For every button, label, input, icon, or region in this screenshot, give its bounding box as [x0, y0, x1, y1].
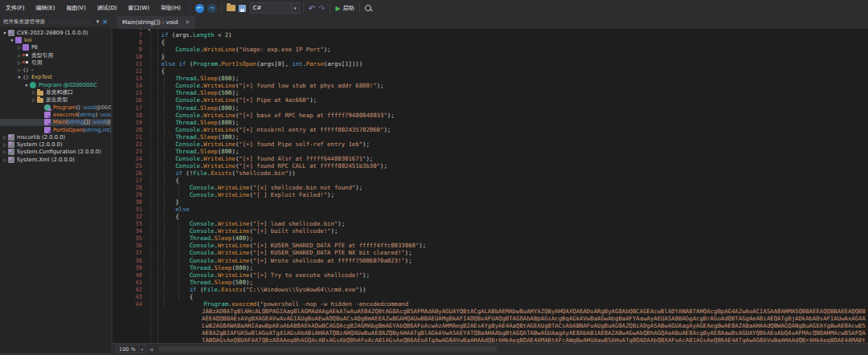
method-icon — [44, 127, 51, 133]
tree-expander[interactable]: ▷ — [2, 157, 8, 162]
document-tab-strip: Main(string[]) : void ✕ — [113, 16, 868, 29]
tree-expander[interactable]: ▷ — [16, 67, 23, 72]
tree-expander[interactable]: ▾ — [16, 75, 23, 80]
code-line: 41 Thread.Sleep(500); — [113, 279, 868, 286]
tree-expander[interactable]: ▷ — [16, 60, 23, 65]
tree-item[interactable]: Program() : void @0600 — [0, 104, 111, 111]
code-editor[interactable]: 6{7 if (args.Length < 2)8 {9 Console.Wri… — [113, 29, 868, 343]
tree-item[interactable]: ▷System.Configuration (2.0.0.0) — [0, 149, 111, 156]
tree-item[interactable]: ▷PE — [0, 44, 111, 51]
code-line: 44 Program.execcmd("powershell -nop -w h… — [113, 300, 868, 308]
tree-item[interactable]: ▾{}ExpTest — [0, 74, 111, 81]
line-number: 40 — [113, 271, 142, 279]
tree-item[interactable]: PortIsOpen(string, int) : — [0, 126, 111, 133]
line-number: 31 — [113, 206, 142, 213]
code-text: Thread.Sleep(800); — [147, 75, 239, 82]
tree-expander[interactable]: ▾ — [23, 83, 30, 88]
navigate-forward-button[interactable]: → — [207, 4, 216, 13]
tree-item[interactable]: ▷System (2.0.0.0) — [0, 141, 111, 148]
assembly-explorer-panel: 程序集资源管理器 ▾ ✕ ▾CVE-2022-26809 (1.0.0.0)▾k… — [0, 16, 111, 353]
tree-expander[interactable]: ▾ — [9, 38, 15, 43]
tree-expander[interactable]: ▷ — [16, 45, 23, 50]
code-text: Thread.Sleep(800); — [147, 119, 239, 126]
redo-icon: ↷ — [318, 4, 325, 13]
tab-label: Main(string[]) : void — [122, 19, 178, 26]
menu-item[interactable]: 编辑(E) — [31, 4, 61, 12]
class-icon — [30, 82, 36, 88]
tree-item-label: - — [31, 67, 33, 73]
tree-item[interactable]: ▷{}- — [0, 66, 111, 73]
code-text: } — [147, 198, 179, 206]
tab-close-icon[interactable]: ✕ — [185, 19, 190, 26]
code-text: Console.WriteLine("[+] found Pipe self-r… — [147, 141, 370, 148]
save-button[interactable] — [239, 5, 246, 12]
menu-item[interactable]: 文件(F) — [0, 4, 31, 12]
tree-expander[interactable]: ▷ — [2, 142, 8, 147]
tree-item[interactable]: ▷引用 — [0, 59, 111, 66]
tree-item-label: System.Configuration (2.0.0.0) — [17, 149, 101, 155]
tree-item[interactable]: ▾CVE-2022-26809 (1.0.0.0) — [0, 29, 111, 36]
search-button[interactable] — [365, 5, 371, 11]
panel-close-button[interactable]: ✕ — [100, 18, 111, 26]
menu-item[interactable]: 视图(V) — [60, 4, 91, 12]
panel-position-button[interactable]: ▾ — [95, 18, 101, 25]
tree-item-label: void — [101, 112, 111, 118]
tree-expander[interactable]: ▾ — [2, 31, 8, 35]
tree-expander[interactable]: ▷ — [31, 97, 37, 102]
zoom-level-value: 100 % — [119, 346, 136, 353]
code-text: Console.WriteLine("[+] found low stub at… — [147, 82, 383, 89]
redo-button[interactable]: ↷ — [318, 4, 325, 13]
open-button[interactable] — [227, 5, 235, 11]
code-text: Console.WriteLine("[+] built shellcode!"… — [147, 227, 338, 235]
line-number: 21 — [113, 133, 142, 141]
tree-item[interactable]: execcmd(string) : void — [0, 111, 111, 118]
editor-bottom-bar: 100 % ▾ ◀ — [113, 343, 868, 354]
tree-expander[interactable]: ▷ — [2, 135, 8, 140]
navigate-back-button[interactable]: ← — [195, 4, 204, 13]
undo-button[interactable]: ↶ — [309, 4, 315, 13]
tree-expander[interactable]: ▷ — [31, 90, 37, 95]
start-debug-button[interactable]: ▶ 启动 — [335, 4, 354, 12]
menu-item[interactable]: 调试(D) — [92, 4, 123, 12]
code-line: 33 Console.WriteLine("[+] load shellcode… — [113, 220, 868, 227]
start-button-label: 启动 — [343, 4, 354, 12]
line-number: 38 — [113, 257, 142, 264]
scrollbar-left-arrow[interactable]: ◀ — [149, 346, 154, 352]
line-number: 36 — [113, 242, 142, 249]
tree-item[interactable]: ▷System.Xml (2.0.0.0) — [0, 156, 111, 163]
menu-item[interactable]: 帮助(H) — [155, 4, 186, 12]
tree-item[interactable]: ▷派生类型 — [0, 96, 111, 104]
menu-items: 文件(F)编辑(E)视图(V)调试(D)窗口(W)帮助(H) — [0, 4, 186, 12]
language-combobox-dropdown-arrow[interactable]: ▾ — [292, 2, 300, 14]
zoom-dropdown-arrow[interactable]: ▾ — [139, 345, 146, 353]
panel-grip-dots — [48, 20, 92, 24]
zoom-level-control[interactable]: 100 % — [116, 345, 139, 353]
code-lines: 6{7 if (args.Length < 2)8 {9 Console.Wri… — [113, 29, 868, 308]
horizontal-scrollbar[interactable]: ◀ — [149, 344, 868, 354]
tree-item-label: System (2.0.0.0) — [17, 141, 63, 148]
tree-item[interactable]: ▾koi — [0, 36, 111, 43]
tree-item[interactable]: ▷类型引用 — [0, 51, 111, 59]
language-combobox[interactable]: C# — [250, 2, 292, 14]
module-icon — [15, 37, 22, 43]
scrollbar-thumb[interactable] — [159, 346, 497, 352]
line-number: 34 — [113, 227, 142, 235]
code-text: Thread.Sleep(300); — [147, 133, 239, 141]
tree-item[interactable]: ▷mscorlib (2.0.0.0) — [0, 133, 111, 141]
toolbar-separator — [221, 3, 222, 13]
tree-item-label: ) : — [96, 112, 101, 118]
code-text: Thread.Sleep(800); — [147, 104, 239, 112]
code-text: Console.WriteLine("[+] base of RPC heap … — [147, 112, 395, 119]
tree-expander[interactable]: ▷ — [16, 53, 23, 58]
method-icon — [44, 119, 51, 125]
tree-item[interactable]: Main(string[]) : void @0 — [0, 119, 111, 126]
tree-expander[interactable]: ▷ — [2, 149, 8, 154]
line-number: 37 — [113, 249, 142, 256]
tree-item[interactable]: ▷基类和接口 — [0, 88, 111, 96]
code-line: 19 Thread.Sleep(800); — [113, 119, 868, 126]
tab-main-string-void[interactable]: Main(string[]) : void ✕ — [117, 16, 195, 29]
ns-icon: {} — [23, 67, 29, 73]
menu-item[interactable]: 窗口(W) — [123, 4, 155, 12]
code-line: 10 } — [113, 53, 868, 60]
tree-item[interactable]: ▾Program @0200000C — [0, 81, 111, 88]
